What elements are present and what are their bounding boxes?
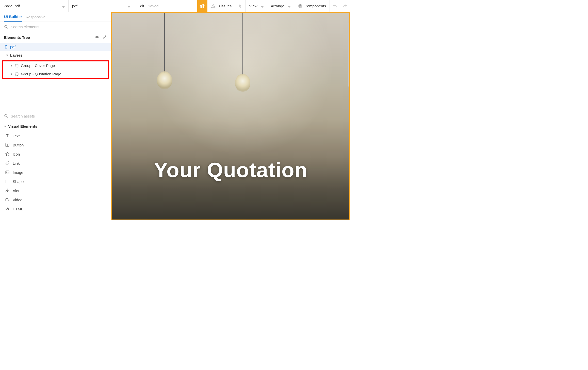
- search-elements-row: [0, 22, 111, 32]
- cursor-icon: [238, 4, 243, 8]
- svg-rect-10: [15, 64, 18, 67]
- left-panel: UI Builder Responsive Elements Tree pdf: [0, 12, 111, 220]
- asset-label: Icon: [13, 152, 20, 156]
- image-icon: [5, 170, 10, 175]
- saved-label: Saved: [148, 4, 159, 8]
- elements-tree-title: Elements Tree: [4, 35, 30, 40]
- tree-root-page[interactable]: pdf: [0, 43, 111, 51]
- page-selector[interactable]: Page: pdf: [0, 0, 69, 12]
- visual-elements-list: Text Button Icon Link Image Shape: [0, 131, 111, 213]
- arrange-menu[interactable]: Arrange: [267, 0, 294, 12]
- search-elements-input[interactable]: [11, 25, 107, 29]
- tab-responsive[interactable]: Responsive: [26, 13, 45, 21]
- undo-icon: [333, 4, 337, 8]
- asset-button[interactable]: Button: [0, 140, 111, 149]
- chevron-down-icon: [261, 5, 264, 7]
- edit-status: Edit Saved: [134, 0, 197, 12]
- canvas[interactable]: Your Quotation: [111, 12, 350, 220]
- cube-icon: [298, 4, 303, 9]
- gift-icon: [200, 4, 205, 9]
- pointer-tool[interactable]: [235, 0, 246, 12]
- group-icon: [15, 64, 19, 68]
- chevron-down-icon: [62, 5, 65, 7]
- scrollbar-thumb[interactable]: [348, 23, 350, 87]
- element-selector-label: pdf: [72, 4, 77, 8]
- redo-button[interactable]: [340, 0, 350, 12]
- search-assets-row: [0, 111, 111, 121]
- code-icon: [5, 207, 10, 211]
- svg-point-6: [213, 7, 214, 7]
- tree-root-label: pdf: [10, 45, 15, 49]
- arrange-label: Arrange: [271, 4, 284, 8]
- redo-icon: [343, 4, 347, 8]
- asset-shape[interactable]: Shape: [0, 177, 111, 186]
- warning-icon: [211, 4, 216, 8]
- search-icon: [4, 114, 8, 118]
- tree-layers-header[interactable]: Layers: [0, 51, 111, 59]
- visual-elements-header[interactable]: Visual Elements: [0, 121, 111, 131]
- top-toolbar: Page: pdf pdf Edit Saved 0 issues View A…: [0, 0, 350, 12]
- asset-html[interactable]: HTML: [0, 204, 111, 213]
- tree-item-quotation-page[interactable]: Group - Quotation Page: [3, 70, 108, 78]
- caret-right-icon: [11, 73, 13, 75]
- svg-rect-11: [15, 73, 18, 75]
- asset-alert[interactable]: Alert: [0, 186, 111, 195]
- asset-label: Video: [13, 198, 22, 202]
- search-assets-input[interactable]: [11, 114, 107, 118]
- svg-point-12: [5, 114, 7, 117]
- visual-elements-title: Visual Elements: [8, 124, 37, 128]
- svg-rect-2: [202, 5, 203, 8]
- svg-point-7: [5, 25, 7, 28]
- eye-icon[interactable]: [95, 35, 99, 40]
- edit-label[interactable]: Edit: [138, 4, 144, 8]
- svg-line-8: [7, 27, 8, 28]
- group-icon: [15, 72, 19, 76]
- svg-point-19: [7, 191, 7, 192]
- chevron-down-icon: [288, 5, 290, 7]
- layers-label: Layers: [10, 53, 22, 57]
- gift-button[interactable]: [197, 0, 207, 12]
- svg-point-9: [96, 37, 98, 38]
- asset-image[interactable]: Image: [0, 168, 111, 177]
- page-selector-label: Page: pdf: [4, 4, 20, 8]
- caret-right-icon: [11, 65, 13, 67]
- tree-item-cover-page[interactable]: Group - Cover Page: [3, 61, 108, 70]
- element-selector[interactable]: pdf: [69, 0, 134, 12]
- tab-ui-builder[interactable]: UI Builder: [4, 12, 22, 22]
- asset-text[interactable]: Text: [0, 131, 111, 140]
- svg-rect-20: [6, 199, 8, 201]
- undo-button[interactable]: [330, 0, 340, 12]
- annotation-highlight: Group - Cover Page Group - Quotation Pag…: [2, 60, 109, 79]
- svg-line-13: [7, 116, 8, 117]
- components-label: Components: [304, 4, 326, 8]
- asset-video[interactable]: Video: [0, 195, 111, 204]
- asset-label: Button: [13, 143, 24, 147]
- shape-icon: [5, 179, 10, 184]
- link-icon: [5, 161, 10, 165]
- chevron-down-icon: [128, 5, 130, 7]
- view-menu[interactable]: View: [246, 0, 267, 12]
- svg-point-4: [203, 4, 204, 5]
- components-button[interactable]: Components: [294, 0, 330, 12]
- asset-icon[interactable]: Icon: [0, 149, 111, 159]
- alert-icon: [5, 188, 10, 193]
- star-icon: [5, 152, 10, 156]
- asset-label: Image: [13, 170, 23, 175]
- issues-count: 0 issues: [218, 4, 232, 8]
- button-icon: [5, 143, 10, 147]
- asset-link[interactable]: Link: [0, 159, 111, 168]
- toolbar-right: 0 issues View Arrange Components: [197, 0, 350, 12]
- main-layout: UI Builder Responsive Elements Tree pdf: [0, 12, 350, 220]
- elements-tree-header: Elements Tree: [0, 32, 111, 43]
- elements-tree: pdf Layers Group - Cover Page: [0, 43, 111, 80]
- svg-rect-15: [6, 171, 9, 174]
- expand-icon[interactable]: [103, 35, 107, 39]
- svg-rect-17: [6, 180, 9, 183]
- asset-label: Link: [13, 161, 20, 165]
- page-icon: [4, 45, 8, 49]
- tree-item-label: Group - Cover Page: [21, 63, 55, 68]
- asset-label: Shape: [13, 179, 24, 184]
- issues-indicator[interactable]: 0 issues: [207, 0, 235, 12]
- canvas-title[interactable]: Your Quotation: [154, 158, 307, 182]
- canvas-overlay: [112, 13, 349, 220]
